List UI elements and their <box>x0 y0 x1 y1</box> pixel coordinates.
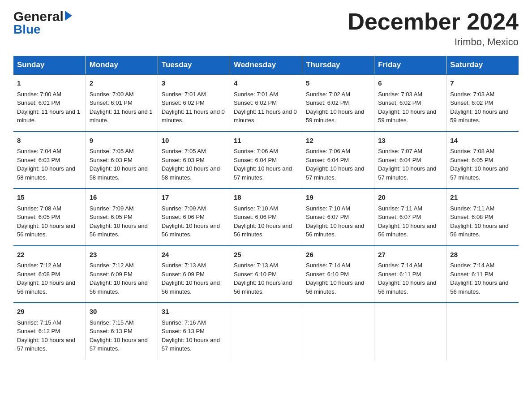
day-info: Sunrise: 7:00 AMSunset: 6:01 PMDaylight:… <box>90 91 153 124</box>
day-number: 1 <box>17 78 82 89</box>
calendar-cell: 20Sunrise: 7:11 AMSunset: 6:07 PMDayligh… <box>374 188 446 246</box>
day-number: 8 <box>17 136 82 146</box>
day-number: 3 <box>162 78 226 89</box>
day-number: 28 <box>450 250 515 260</box>
day-number: 17 <box>162 193 226 203</box>
calendar-cell: 26Sunrise: 7:14 AMSunset: 6:10 PMDayligh… <box>302 246 374 303</box>
day-number: 29 <box>17 307 82 317</box>
logo-triangle-icon <box>65 11 72 21</box>
day-info: Sunrise: 7:13 AMSunset: 6:10 PMDaylight:… <box>234 262 292 295</box>
day-info: Sunrise: 7:12 AMSunset: 6:08 PMDaylight:… <box>17 262 75 295</box>
day-info: Sunrise: 7:14 AMSunset: 6:11 PMDaylight:… <box>378 262 436 295</box>
day-info: Sunrise: 7:03 AMSunset: 6:02 PMDaylight:… <box>450 91 508 124</box>
day-number: 16 <box>90 193 154 203</box>
day-number: 23 <box>90 250 154 260</box>
calendar-cell: 23Sunrise: 7:12 AMSunset: 6:09 PMDayligh… <box>86 246 158 303</box>
calendar-week-row: 8Sunrise: 7:04 AMSunset: 6:03 PMDaylight… <box>13 132 519 189</box>
title-block: December 2024 Irimbo, Mexico <box>348 9 519 48</box>
day-info: Sunrise: 7:05 AMSunset: 6:03 PMDaylight:… <box>162 148 220 181</box>
day-info: Sunrise: 7:15 AMSunset: 6:13 PMDaylight:… <box>90 319 148 352</box>
day-number: 20 <box>378 193 442 203</box>
day-info: Sunrise: 7:00 AMSunset: 6:01 PMDaylight:… <box>17 91 80 124</box>
calendar-cell: 28Sunrise: 7:14 AMSunset: 6:11 PMDayligh… <box>446 246 519 303</box>
day-info: Sunrise: 7:02 AMSunset: 6:02 PMDaylight:… <box>306 91 364 124</box>
calendar-cell: 22Sunrise: 7:12 AMSunset: 6:08 PMDayligh… <box>13 246 86 303</box>
calendar-cell: 16Sunrise: 7:09 AMSunset: 6:05 PMDayligh… <box>86 188 158 246</box>
day-header-saturday: Saturday <box>446 56 519 74</box>
day-info: Sunrise: 7:01 AMSunset: 6:02 PMDaylight:… <box>234 91 297 124</box>
day-number: 9 <box>90 136 154 146</box>
day-header-thursday: Thursday <box>302 56 374 74</box>
calendar-cell <box>230 303 302 360</box>
day-info: Sunrise: 7:16 AMSunset: 6:13 PMDaylight:… <box>162 319 220 352</box>
logo-blue-text: Blue <box>13 22 41 37</box>
calendar-week-row: 22Sunrise: 7:12 AMSunset: 6:08 PMDayligh… <box>13 246 519 303</box>
day-number: 27 <box>378 250 442 260</box>
calendar-cell: 17Sunrise: 7:09 AMSunset: 6:06 PMDayligh… <box>158 188 230 246</box>
day-info: Sunrise: 7:11 AMSunset: 6:08 PMDaylight:… <box>450 205 508 238</box>
day-info: Sunrise: 7:10 AMSunset: 6:06 PMDaylight:… <box>234 205 292 238</box>
day-info: Sunrise: 7:08 AMSunset: 6:05 PMDaylight:… <box>17 205 75 238</box>
day-info: Sunrise: 7:08 AMSunset: 6:05 PMDaylight:… <box>450 148 508 181</box>
calendar-cell: 15Sunrise: 7:08 AMSunset: 6:05 PMDayligh… <box>13 188 86 246</box>
day-info: Sunrise: 7:12 AMSunset: 6:09 PMDaylight:… <box>90 262 148 295</box>
day-number: 4 <box>234 78 298 89</box>
calendar-cell: 21Sunrise: 7:11 AMSunset: 6:08 PMDayligh… <box>446 188 519 246</box>
day-number: 19 <box>306 193 370 203</box>
calendar-cell: 2Sunrise: 7:00 AMSunset: 6:01 PMDaylight… <box>86 74 158 132</box>
day-number: 13 <box>378 136 442 146</box>
calendar-week-row: 29Sunrise: 7:15 AMSunset: 6:12 PMDayligh… <box>13 303 519 360</box>
day-info: Sunrise: 7:06 AMSunset: 6:04 PMDaylight:… <box>234 148 292 181</box>
calendar-week-row: 1Sunrise: 7:00 AMSunset: 6:01 PMDaylight… <box>13 74 519 132</box>
day-number: 2 <box>90 78 154 89</box>
day-number: 10 <box>162 136 226 146</box>
page-header: General Blue December 2024 Irimbo, Mexic… <box>13 9 519 48</box>
day-number: 21 <box>450 193 515 203</box>
day-number: 15 <box>17 193 82 203</box>
month-title: December 2024 <box>348 9 519 34</box>
calendar-table: SundayMondayTuesdayWednesdayThursdayFrid… <box>13 56 519 360</box>
day-info: Sunrise: 7:14 AMSunset: 6:10 PMDaylight:… <box>306 262 364 295</box>
day-header-wednesday: Wednesday <box>230 56 302 74</box>
day-info: Sunrise: 7:07 AMSunset: 6:04 PMDaylight:… <box>378 148 436 181</box>
calendar-cell <box>302 303 374 360</box>
calendar-cell: 1Sunrise: 7:00 AMSunset: 6:01 PMDaylight… <box>13 74 86 132</box>
calendar-cell: 6Sunrise: 7:03 AMSunset: 6:02 PMDaylight… <box>374 74 446 132</box>
day-info: Sunrise: 7:15 AMSunset: 6:12 PMDaylight:… <box>17 319 75 352</box>
calendar-cell: 14Sunrise: 7:08 AMSunset: 6:05 PMDayligh… <box>446 132 519 189</box>
calendar-cell: 18Sunrise: 7:10 AMSunset: 6:06 PMDayligh… <box>230 188 302 246</box>
calendar-cell: 9Sunrise: 7:05 AMSunset: 6:03 PMDaylight… <box>86 132 158 189</box>
calendar-cell: 11Sunrise: 7:06 AMSunset: 6:04 PMDayligh… <box>230 132 302 189</box>
day-number: 6 <box>378 78 442 89</box>
day-info: Sunrise: 7:09 AMSunset: 6:06 PMDaylight:… <box>162 205 220 238</box>
day-number: 30 <box>90 307 154 317</box>
calendar-header-row: SundayMondayTuesdayWednesdayThursdayFrid… <box>13 56 519 74</box>
day-number: 31 <box>162 307 226 317</box>
calendar-cell: 24Sunrise: 7:13 AMSunset: 6:09 PMDayligh… <box>158 246 230 303</box>
logo-general-text: General <box>13 9 64 24</box>
day-number: 26 <box>306 250 370 260</box>
day-info: Sunrise: 7:05 AMSunset: 6:03 PMDaylight:… <box>90 148 148 181</box>
logo: General Blue <box>13 9 72 37</box>
calendar-cell: 3Sunrise: 7:01 AMSunset: 6:02 PMDaylight… <box>158 74 230 132</box>
calendar-cell: 13Sunrise: 7:07 AMSunset: 6:04 PMDayligh… <box>374 132 446 189</box>
day-number: 7 <box>450 78 515 89</box>
day-header-sunday: Sunday <box>13 56 86 74</box>
calendar-cell: 29Sunrise: 7:15 AMSunset: 6:12 PMDayligh… <box>13 303 86 360</box>
day-info: Sunrise: 7:11 AMSunset: 6:07 PMDaylight:… <box>378 205 436 238</box>
day-number: 12 <box>306 136 370 146</box>
day-number: 5 <box>306 78 370 89</box>
day-number: 24 <box>162 250 226 260</box>
location-label: Irimbo, Mexico <box>348 36 519 48</box>
day-info: Sunrise: 7:13 AMSunset: 6:09 PMDaylight:… <box>162 262 220 295</box>
calendar-cell: 8Sunrise: 7:04 AMSunset: 6:03 PMDaylight… <box>13 132 86 189</box>
day-number: 14 <box>450 136 515 146</box>
day-info: Sunrise: 7:06 AMSunset: 6:04 PMDaylight:… <box>306 148 364 181</box>
day-number: 11 <box>234 136 298 146</box>
calendar-cell: 31Sunrise: 7:16 AMSunset: 6:13 PMDayligh… <box>158 303 230 360</box>
day-header-tuesday: Tuesday <box>158 56 230 74</box>
calendar-cell: 4Sunrise: 7:01 AMSunset: 6:02 PMDaylight… <box>230 74 302 132</box>
calendar-cell <box>374 303 446 360</box>
calendar-cell <box>446 303 519 360</box>
day-info: Sunrise: 7:03 AMSunset: 6:02 PMDaylight:… <box>378 91 436 124</box>
